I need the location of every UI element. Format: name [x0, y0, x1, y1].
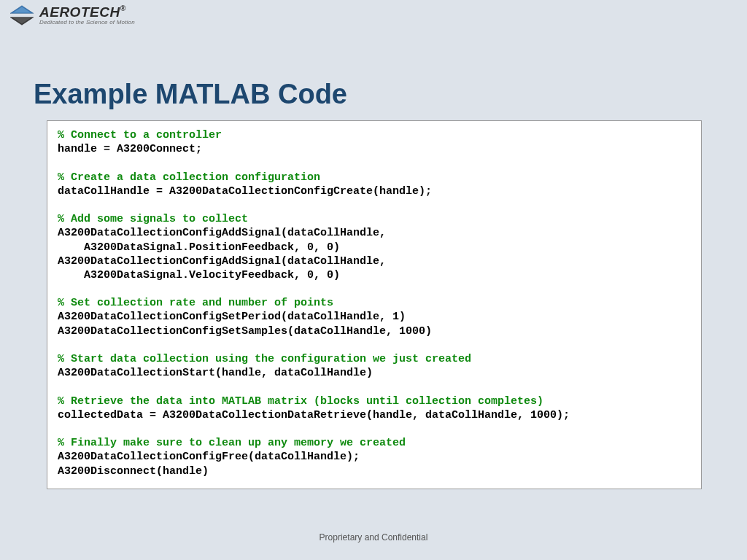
- code-line: A3200DataCollectionConfigSetPeriod(dataC…: [58, 311, 406, 323]
- footer-text: Proprietary and Confidential: [0, 532, 747, 542]
- code-block: % Connect to a controller handle = A3200…: [47, 120, 702, 489]
- code-line: A3200DataSignal.VelocityFeedback, 0, 0): [58, 269, 340, 281]
- code-line: A3200DataSignal.PositionFeedback, 0, 0): [58, 241, 340, 254]
- code-line: A3200DataCollectionConfigAddSignal(dataC…: [58, 227, 386, 239]
- brand-tagline: Dedicated to the Science of Motion: [39, 20, 135, 26]
- code-line: dataCollHandle = A3200DataCollectionConf…: [58, 185, 432, 198]
- code-comment-line: % Set collection rate and number of poin…: [58, 297, 333, 309]
- code-line: A3200DataCollectionConfigFree(dataCollHa…: [58, 451, 360, 463]
- code-comment-line: % Start data collection using the config…: [58, 353, 471, 365]
- aerotech-logo-icon: [9, 4, 35, 26]
- code-line: handle = A3200Connect;: [58, 143, 202, 155]
- code-comment-line: % Retrieve the data into MATLAB matrix (…: [58, 395, 543, 408]
- code-line: A3200DataCollectionConfigAddSignal(dataC…: [58, 255, 386, 268]
- brand-logo: AEROTECH® Dedicated to the Science of Mo…: [9, 4, 135, 26]
- code-line: A3200DataCollectionConfigSetSamples(data…: [58, 325, 432, 338]
- code-comment-line: % Create a data collection configuration: [58, 171, 320, 184]
- code-comment-line: % Connect to a controller: [58, 129, 222, 141]
- code-line: A3200DataCollectionStart(handle, dataCol…: [58, 367, 373, 379]
- code-comment-line: % Add some signals to collect: [58, 213, 248, 225]
- brand-name: AEROTECH®: [39, 5, 135, 19]
- page-title: Example MATLAB Code: [34, 79, 347, 110]
- code-line: collectedData = A3200DataCollectionDataR…: [58, 409, 570, 421]
- code-line: A3200Disconnect(handle): [58, 465, 209, 478]
- code-comment-line: % Finally make sure to clean up any memo…: [58, 437, 406, 449]
